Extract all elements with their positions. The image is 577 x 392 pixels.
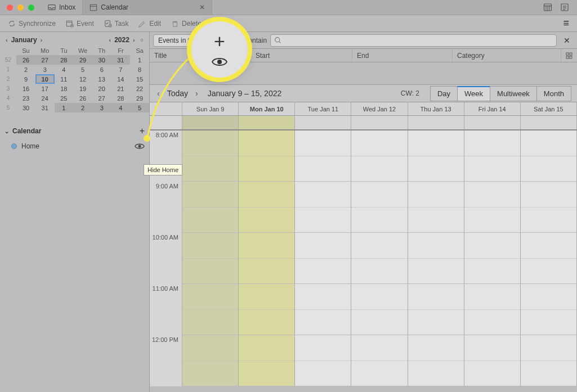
view-multiweek-button[interactable]: Multiweek — [490, 86, 537, 101]
time-slot[interactable] — [464, 233, 521, 284]
mini-day-cell[interactable]: 24 — [35, 93, 55, 103]
mini-day-cell[interactable]: 30 — [16, 103, 35, 112]
mini-day-cell[interactable]: 28 — [111, 93, 131, 103]
time-slot[interactable] — [351, 130, 408, 182]
close-window-button[interactable] — [7, 4, 13, 11]
day-header[interactable]: Mon Jan 10 — [239, 102, 295, 115]
mini-day-cell[interactable]: 30 — [92, 55, 111, 65]
next-year-button[interactable]: › — [131, 35, 137, 44]
mini-day-cell[interactable]: 25 — [55, 93, 74, 103]
allday-cell[interactable] — [521, 116, 577, 129]
mini-day-cell[interactable]: 4 — [111, 103, 131, 112]
time-slot[interactable] — [239, 284, 295, 335]
mini-day-cell[interactable]: 28 — [55, 55, 74, 65]
time-slot[interactable] — [182, 335, 239, 386]
time-slot[interactable] — [464, 182, 521, 233]
time-slot[interactable] — [239, 335, 295, 386]
time-slot[interactable] — [464, 130, 521, 182]
tab-calendar[interactable]: Calendar ✕ — [83, 0, 212, 15]
time-slot[interactable] — [521, 284, 577, 335]
mini-day-cell[interactable]: 13 — [92, 74, 111, 84]
search-input[interactable] — [270, 34, 557, 47]
time-slot[interactable] — [521, 182, 577, 233]
time-slot[interactable] — [182, 130, 239, 182]
synchronize-button[interactable]: Synchronize — [3, 17, 60, 30]
time-slot[interactable] — [351, 335, 408, 386]
mini-day-cell[interactable]: 16 — [16, 84, 35, 93]
mini-day-cell[interactable]: 15 — [130, 74, 149, 84]
allday-cell[interactable] — [351, 116, 408, 129]
mini-day-cell[interactable]: 23 — [16, 93, 35, 103]
time-slot[interactable] — [351, 284, 408, 335]
time-slot[interactable] — [295, 284, 351, 335]
clear-filter-button[interactable]: ✕ — [560, 36, 574, 45]
next-month-button[interactable]: › — [38, 35, 45, 44]
prev-month-button[interactable]: ‹ — [3, 35, 10, 44]
view-week-button[interactable]: Week — [457, 86, 490, 101]
close-tab-icon[interactable]: ✕ — [199, 3, 205, 11]
time-slot[interactable] — [464, 335, 521, 386]
mini-day-cell[interactable]: 2 — [16, 65, 35, 74]
col-end[interactable]: End — [352, 49, 453, 62]
day-header[interactable]: Tue Jan 11 — [295, 102, 351, 115]
time-slot[interactable] — [295, 182, 351, 233]
time-slot[interactable] — [351, 182, 408, 233]
view-month-button[interactable]: Month — [536, 86, 571, 101]
mini-day-cell[interactable]: 3 — [92, 103, 111, 112]
time-slot[interactable] — [295, 233, 351, 284]
prev-year-button[interactable]: ‹ — [107, 35, 114, 44]
allday-cell[interactable] — [408, 116, 464, 129]
task-quickview-icon[interactable] — [560, 3, 569, 12]
mini-day-cell[interactable]: 12 — [73, 74, 92, 84]
time-slot[interactable] — [408, 130, 464, 182]
day-header[interactable]: Wed Jan 12 — [351, 102, 408, 115]
time-slot[interactable] — [295, 130, 351, 182]
allday-cell[interactable] — [182, 116, 239, 129]
time-slot[interactable] — [521, 130, 577, 182]
column-options-icon[interactable] — [561, 49, 577, 62]
mini-day-cell[interactable]: 18 — [55, 84, 74, 93]
mini-day-cell[interactable]: 1 — [55, 103, 74, 112]
mini-day-cell[interactable]: 10 — [35, 74, 55, 84]
day-header[interactable]: Thu Jan 13 — [408, 102, 464, 115]
time-slot[interactable] — [182, 182, 239, 233]
time-slot[interactable] — [408, 182, 464, 233]
new-event-button[interactable]: Event — [61, 17, 99, 30]
prev-week-button[interactable]: ‹ — [155, 89, 162, 98]
allday-cell[interactable] — [295, 116, 351, 129]
mini-day-cell[interactable]: 21 — [111, 84, 131, 93]
time-slot[interactable] — [182, 233, 239, 284]
mini-day-cell[interactable]: 20 — [92, 84, 111, 93]
mini-day-cell[interactable]: 29 — [73, 55, 92, 65]
calendar-item-home[interactable]: Home — [0, 139, 149, 153]
mini-day-cell[interactable]: 6 — [92, 65, 111, 74]
mini-day-cell[interactable]: 17 — [35, 84, 55, 93]
col-category[interactable]: Category — [453, 49, 561, 62]
allday-cell[interactable] — [239, 116, 295, 129]
col-start[interactable]: Start — [251, 49, 352, 62]
time-slot[interactable] — [239, 130, 295, 182]
time-slot[interactable] — [239, 182, 295, 233]
mini-day-cell[interactable]: 5 — [73, 65, 92, 74]
add-calendar-button[interactable]: + — [140, 126, 145, 136]
new-task-button[interactable]: Task — [100, 17, 133, 30]
toggle-visibility-icon[interactable] — [135, 142, 145, 150]
maximize-window-button[interactable] — [28, 4, 34, 11]
mini-day-cell[interactable]: 3 — [35, 65, 55, 74]
time-slot[interactable] — [295, 335, 351, 386]
delete-button[interactable]: Delete — [167, 17, 206, 30]
day-header[interactable]: Sat Jan 15 — [521, 102, 577, 115]
today-button[interactable]: Today — [167, 89, 188, 98]
mini-today-button[interactable]: ○ — [138, 36, 146, 44]
mini-day-cell[interactable]: 8 — [130, 65, 149, 74]
mini-day-cell[interactable]: 22 — [130, 84, 149, 93]
mini-day-cell[interactable]: 1 — [130, 55, 149, 65]
minimize-window-button[interactable] — [17, 4, 24, 11]
day-header[interactable]: Sun Jan 9 — [182, 102, 239, 115]
time-slot[interactable] — [182, 284, 239, 335]
mini-day-cell[interactable]: 11 — [55, 74, 74, 84]
calendar-quickview-icon[interactable] — [543, 3, 552, 12]
time-slot[interactable] — [408, 284, 464, 335]
time-slot[interactable] — [408, 335, 464, 386]
mini-day-cell[interactable]: 26 — [73, 93, 92, 103]
